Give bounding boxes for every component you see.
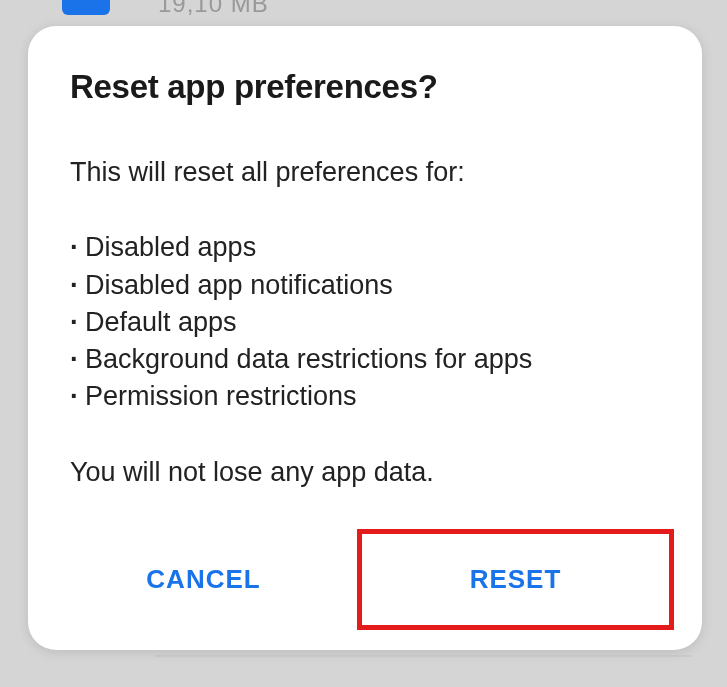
reset-button[interactable]: RESET [357, 529, 674, 630]
dialog-button-row: CANCEL RESET [50, 521, 680, 650]
list-item: Background data restrictions for apps [70, 341, 660, 378]
list-item: Default apps [70, 304, 660, 341]
dialog-footer-text: You will not lose any app data. [70, 454, 660, 491]
reset-preferences-dialog: Reset app preferences? This will reset a… [28, 26, 702, 650]
list-item: Permission restrictions [70, 378, 660, 415]
list-item: Disabled app notifications [70, 267, 660, 304]
dialog-title: Reset app preferences? [70, 68, 660, 106]
dialog-body: This will reset all preferences for: Dis… [70, 154, 660, 491]
cancel-button[interactable]: CANCEL [50, 534, 357, 625]
dialog-intro-text: This will reset all preferences for: [70, 154, 660, 191]
background-divider [155, 655, 692, 657]
background-size-text: 19,10 MB [158, 0, 269, 18]
background-app-icon [62, 0, 110, 15]
dialog-bullet-list: Disabled apps Disabled app notifications… [70, 229, 660, 415]
list-item: Disabled apps [70, 229, 660, 266]
